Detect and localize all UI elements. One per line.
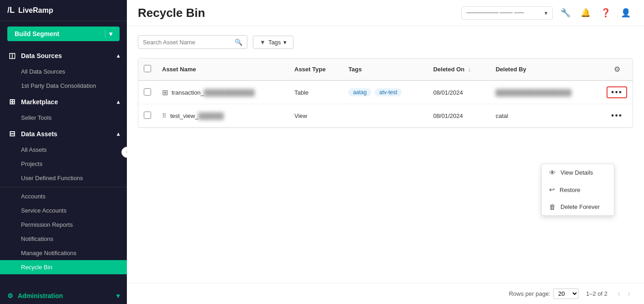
row-actions-button[interactable]: ••• xyxy=(607,86,627,98)
topbar: Recycle Bin ━━━━━━━━━━ ━━━━ ━━━ ▾ 🔧 🔔 ❓ … xyxy=(127,0,644,26)
row-checkbox-cell xyxy=(138,80,157,104)
col-asset-name: Asset Name xyxy=(157,59,289,80)
deleted-by-cell: ██████████████████ xyxy=(490,80,601,104)
asset-name-cell: ⊞ transaction_████████████ xyxy=(157,80,289,104)
restore-icon: ↩ xyxy=(549,186,555,194)
row-actions-button[interactable]: ••• xyxy=(607,110,627,122)
bell-icon[interactable]: 🔔 xyxy=(578,5,593,20)
data-assets-icon: ⊟ xyxy=(7,129,16,138)
logo-icon: /L xyxy=(7,5,15,15)
pagination-info: 1–2 of 2 xyxy=(586,290,607,297)
view-icon: ⠿ xyxy=(162,112,167,119)
sidebar-item-data-assets[interactable]: ⊟ Data Assets ▴ xyxy=(0,125,127,143)
search-input-wrap: 🔍 xyxy=(138,35,247,49)
col-asset-type: Asset Type xyxy=(289,59,343,80)
chevron-up-icon: ▴ xyxy=(117,53,120,59)
row-actions-cell: ••• xyxy=(601,104,633,128)
sidebar-divider xyxy=(0,187,127,187)
logo-text: LiveRamp xyxy=(18,6,53,15)
tag-badge: aatag xyxy=(348,88,371,96)
sidebar-item-projects[interactable]: Projects xyxy=(0,157,127,171)
sort-icon: ↓ xyxy=(468,66,471,73)
data-table: Asset Name Asset Type Tags Deleted On ↓ … xyxy=(138,58,633,128)
sidebar: /L LiveRamp Build Segment ▾ ◫ Data Sourc… xyxy=(0,0,127,304)
admin-icon: ⚙ xyxy=(7,292,13,299)
chevron-up-icon: ▴ xyxy=(117,99,120,105)
row-actions-cell: ••• xyxy=(601,80,633,104)
search-icon: 🔍 xyxy=(235,38,242,46)
col-deleted-on: Deleted On ↓ xyxy=(428,59,490,80)
search-input[interactable] xyxy=(143,39,232,46)
tags-filter-button[interactable]: ▼ Tags ▾ xyxy=(253,36,293,49)
select-all-checkbox[interactable] xyxy=(144,65,151,72)
tag-badge: atv-test xyxy=(375,88,402,96)
wrench-icon[interactable]: 🔧 xyxy=(558,5,573,20)
sidebar-item-all-data-sources[interactable]: All Data Sources xyxy=(0,64,127,79)
sidebar-item-service-accounts[interactable]: Service Accounts xyxy=(0,203,127,218)
asset-type-cell: Table xyxy=(289,80,343,104)
asset-name-cell: ⠿ test_view_██████ xyxy=(157,104,289,128)
data-sources-icon: ◫ xyxy=(7,51,16,60)
sidebar-item-data-sources[interactable]: ◫ Data Sources ▴ xyxy=(0,47,127,64)
page-title: Recycle Bin xyxy=(138,6,205,20)
row-checkbox[interactable] xyxy=(144,112,151,119)
build-segment-button[interactable]: Build Segment ▾ xyxy=(7,27,120,41)
user-icon[interactable]: 👤 xyxy=(618,5,633,20)
sidebar-item-recycle-bin[interactable]: Recycle Bin xyxy=(0,260,127,274)
org-selector[interactable]: ━━━━━━━━━━ ━━━━ ━━━ ▾ xyxy=(461,6,553,20)
deleted-on-cell: 08/01/2024 xyxy=(428,80,490,104)
table-row: ⠿ test_view_██████ View 08/01/2024 catal… xyxy=(138,104,633,128)
select-all-header xyxy=(138,59,157,80)
next-page-button[interactable]: › xyxy=(625,288,633,299)
main-content: Recycle Bin ━━━━━━━━━━ ━━━━ ━━━ ▾ 🔧 🔔 ❓ … xyxy=(127,0,644,304)
table-footer: Rows per page: 20 50 100 1–2 of 2 ‹ › xyxy=(127,283,644,304)
chevron-down-icon: ▾ xyxy=(545,10,548,16)
context-menu-delete-forever[interactable]: 🗑 Delete Forever xyxy=(542,198,614,215)
filter-icon: ▼ xyxy=(260,39,266,46)
marketplace-icon: ⊞ xyxy=(7,97,16,106)
sidebar-item-seller-tools[interactable]: Seller Tools xyxy=(0,111,127,125)
tags-cell: aatag atv-test xyxy=(343,80,428,104)
row-checkbox[interactable] xyxy=(144,88,151,96)
chevron-up-icon: ▴ xyxy=(117,131,120,137)
sidebar-item-1st-party[interactable]: 1st Party Data Consolidation xyxy=(0,79,127,93)
pagination-buttons: ‹ › xyxy=(615,288,633,299)
tags-cell xyxy=(343,104,428,128)
table-row: ⊞ transaction_████████████ Table aatag a… xyxy=(138,80,633,104)
trash-icon: 🗑 xyxy=(549,203,556,211)
table-settings-button[interactable]: ⚙ xyxy=(612,63,622,75)
chevron-down-icon: ▾ xyxy=(105,30,112,37)
rows-per-page: Rows per page: 20 50 100 xyxy=(509,288,579,299)
table-icon: ⊞ xyxy=(162,88,168,97)
rows-per-page-select[interactable]: 20 50 100 xyxy=(553,288,579,299)
sidebar-item-administration[interactable]: ⚙ Administration ▾ xyxy=(0,288,127,304)
chevron-down-icon: ▾ xyxy=(116,292,120,299)
prev-page-button[interactable]: ‹ xyxy=(615,288,623,299)
row-checkbox-cell xyxy=(138,104,157,128)
col-settings: ⚙ xyxy=(601,59,633,80)
sidebar-item-manage-notifications[interactable]: Manage Notifications xyxy=(0,246,127,260)
help-icon[interactable]: ❓ xyxy=(598,5,613,20)
context-menu: 👁 View Details ↩ Restore 🗑 Delete Foreve… xyxy=(541,164,614,216)
topbar-right: ━━━━━━━━━━ ━━━━ ━━━ ▾ 🔧 🔔 ❓ 👤 xyxy=(461,5,633,20)
chevron-down-icon: ▾ xyxy=(283,39,287,46)
sidebar-item-user-defined-functions[interactable]: User Defined Functions xyxy=(0,171,127,185)
content-area: 🔍 ▼ Tags ▾ Asset Name Asset Type T xyxy=(127,26,644,283)
sidebar-logo: /L LiveRamp xyxy=(0,0,127,21)
col-tags: Tags xyxy=(343,59,428,80)
sidebar-item-marketplace[interactable]: ⊞ Marketplace ▴ xyxy=(0,93,127,111)
sidebar-item-accounts[interactable]: Accounts xyxy=(0,189,127,203)
sidebar-item-all-assets[interactable]: All Assets xyxy=(0,143,127,157)
filter-bar: 🔍 ▼ Tags ▾ xyxy=(138,35,633,49)
eye-icon: 👁 xyxy=(549,169,556,176)
deleted-on-cell: 08/01/2024 xyxy=(428,104,490,128)
context-menu-view-details[interactable]: 👁 View Details xyxy=(542,164,614,181)
context-menu-restore[interactable]: ↩ Restore xyxy=(542,181,614,198)
asset-type-cell: View xyxy=(289,104,343,128)
sidebar-item-permission-reports[interactable]: Permission Reports xyxy=(0,218,127,232)
col-deleted-by: Deleted By xyxy=(490,59,601,80)
sidebar-item-notifications[interactable]: Notifications xyxy=(0,232,127,246)
deleted-by-cell: catal xyxy=(490,104,601,128)
